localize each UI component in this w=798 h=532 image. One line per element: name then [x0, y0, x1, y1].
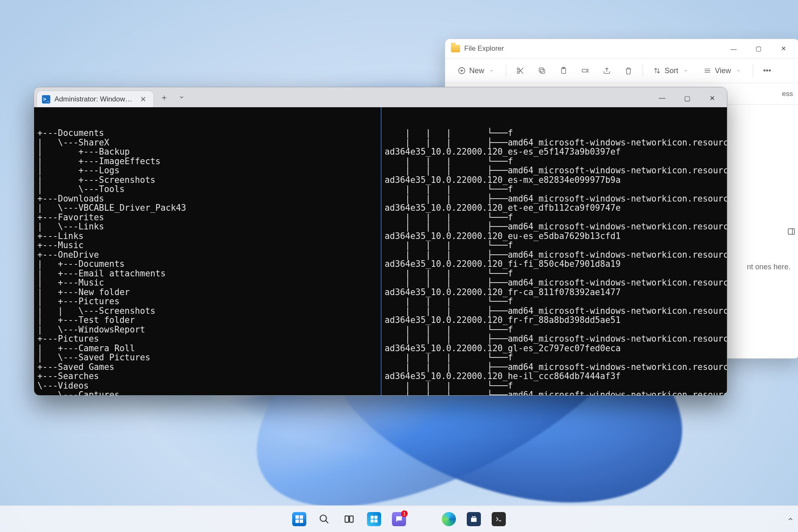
chevron-down-icon [681, 66, 691, 76]
taskbar-apps: 1 [289, 509, 509, 530]
explorer-toolbar: New Sort View ••• [445, 58, 798, 83]
terminal-tab-powershell[interactable]: >_ Administrator: Windows PowerS ✕ [37, 91, 154, 107]
chevron-down-icon [487, 66, 497, 76]
svg-rect-22 [300, 515, 303, 518]
separator [753, 64, 753, 77]
svg-rect-31 [371, 519, 374, 522]
explorer-maximize-button[interactable]: ▢ [746, 41, 771, 57]
ellipsis-icon: ••• [762, 66, 772, 76]
store-icon [467, 512, 481, 526]
windows-logo-icon [292, 512, 306, 526]
folder-icon [451, 45, 460, 52]
svg-rect-8 [539, 68, 543, 72]
view-button[interactable]: View [698, 63, 748, 79]
terminal-maximize-button[interactable]: ▢ [675, 89, 699, 107]
explorer-close-button[interactable]: ✕ [771, 41, 796, 57]
terminal-pane-left[interactable]: +---Documents | \---ShareX | +---Backup … [34, 107, 381, 396]
tab-dropdown-button[interactable] [174, 89, 190, 105]
svg-rect-30 [374, 515, 378, 519]
svg-rect-29 [371, 515, 374, 519]
edge-icon [442, 512, 456, 526]
tab-close-button[interactable]: ✕ [138, 94, 148, 105]
widgets-button[interactable] [364, 509, 384, 530]
file-explorer-button[interactable] [414, 509, 434, 530]
more-button[interactable]: ••• [758, 63, 776, 79]
address-fragment: ess [782, 90, 793, 98]
notification-badge: 1 [401, 510, 408, 517]
plus-circle-icon [457, 66, 467, 76]
edge-button[interactable] [438, 509, 459, 530]
rename-button[interactable] [576, 63, 594, 79]
start-button[interactable] [289, 509, 310, 530]
chat-button[interactable]: 1 [389, 509, 409, 530]
windows-terminal-window[interactable]: >_ Administrator: Windows PowerS ✕ ＋ — ▢… [34, 87, 727, 396]
explorer-minimize-button[interactable]: — [722, 41, 746, 57]
sort-label: Sort [665, 66, 678, 75]
copy-icon [537, 66, 547, 76]
new-button[interactable]: New [453, 63, 501, 79]
svg-rect-11 [582, 69, 587, 72]
rename-icon [580, 66, 590, 76]
terminal-minimize-button[interactable]: — [650, 89, 675, 107]
taskview-icon [342, 512, 356, 526]
svg-rect-28 [350, 516, 353, 522]
chevron-down-icon [734, 66, 744, 76]
copy-button[interactable] [533, 63, 551, 79]
clipboard-icon [559, 66, 569, 76]
svg-rect-19 [788, 229, 795, 234]
tab-title: Administrator: Windows PowerS [54, 95, 134, 103]
scissors-icon [515, 66, 525, 76]
terminal-close-button[interactable]: ✕ [699, 89, 724, 107]
details-pane-toggle-icon[interactable] [787, 227, 797, 236]
terminal-tabstrip: >_ Administrator: Windows PowerS ✕ ＋ — ▢… [34, 87, 727, 107]
new-tab-button[interactable]: ＋ [156, 89, 172, 105]
view-label: View [715, 66, 731, 75]
share-icon [602, 66, 612, 76]
separator [506, 64, 506, 77]
search-button[interactable] [314, 509, 335, 530]
svg-rect-32 [374, 519, 378, 522]
sort-button[interactable]: Sort [648, 63, 695, 79]
svg-rect-24 [300, 519, 303, 522]
svg-rect-7 [541, 69, 545, 74]
svg-rect-23 [296, 519, 299, 522]
terminal-panes: +---Documents | \---ShareX | +---Backup … [34, 107, 727, 396]
paste-button[interactable] [554, 63, 573, 79]
sort-icon [652, 66, 662, 76]
svg-rect-27 [345, 516, 349, 522]
terminal-pane-right[interactable]: | | | └───f | | | ├───amd64_microsoft-wi… [381, 107, 727, 396]
delete-button[interactable] [619, 63, 638, 79]
separator [643, 64, 643, 77]
view-icon [702, 66, 712, 76]
widgets-icon [367, 512, 381, 526]
taskview-button[interactable] [339, 509, 360, 530]
system-tray[interactable] [787, 516, 794, 522]
store-button[interactable] [463, 509, 484, 530]
powershell-icon: >_ [42, 95, 50, 103]
taskbar: 1 [0, 505, 798, 532]
search-icon [317, 512, 331, 526]
svg-rect-21 [296, 515, 299, 518]
terminal-output-left: +---Documents | \---ShareX | +---Backup … [37, 128, 377, 396]
share-button[interactable] [598, 63, 616, 79]
trash-icon [623, 66, 633, 76]
svg-point-25 [320, 515, 326, 521]
terminal-button[interactable] [488, 509, 509, 530]
tray-chevron-icon[interactable] [787, 516, 794, 522]
svg-line-26 [325, 520, 328, 523]
new-label: New [469, 66, 484, 75]
explorer-titlebar[interactable]: File Explorer — ▢ ✕ [445, 39, 798, 58]
terminal-output-right: | | | └───f | | | ├───amd64_microsoft-wi… [385, 128, 723, 396]
cut-button[interactable] [511, 63, 530, 79]
terminal-icon [492, 512, 506, 526]
explorer-title: File Explorer [464, 44, 504, 53]
empty-hint-text: nt ones here. [747, 263, 791, 271]
